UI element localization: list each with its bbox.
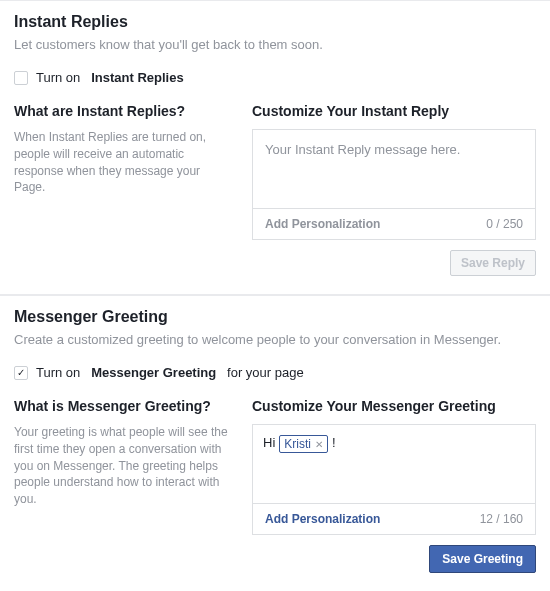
instant-replies-columns: What are Instant Replies? When Instant R… xyxy=(14,103,536,276)
token-label: Kristi xyxy=(284,437,311,451)
char-counter: 0 / 250 xyxy=(486,217,523,231)
messenger-greeting-toggle-row[interactable]: Turn on Messenger Greeting for your page xyxy=(14,365,536,380)
instant-replies-info-desc: When Instant Replies are turned on, peop… xyxy=(14,129,234,196)
messenger-greeting-info-title: What is Messenger Greeting? xyxy=(14,398,234,414)
instant-replies-info: What are Instant Replies? When Instant R… xyxy=(14,103,234,276)
instant-reply-textarea-wrap: Your Instant Reply message here. Add Per… xyxy=(252,129,536,240)
checkbox-label: Turn on Messenger Greeting for your page xyxy=(36,365,304,380)
greeting-pers-row: Add Personalization 12 / 160 xyxy=(253,503,535,534)
greeting-prefix: Hi xyxy=(263,435,275,450)
messenger-greeting-info-desc: Your greeting is what people will see th… xyxy=(14,424,234,508)
checkbox-icon[interactable] xyxy=(14,71,28,85)
messenger-greeting-customize-title: Customize Your Messenger Greeting xyxy=(252,398,536,414)
instant-reply-btn-row: Save Reply xyxy=(252,250,536,276)
save-greeting-button[interactable]: Save Greeting xyxy=(429,545,536,573)
instant-replies-desc: Let customers know that you'll get back … xyxy=(14,37,536,52)
instant-reply-pers-row: Add Personalization 0 / 250 xyxy=(253,208,535,239)
greeting-textarea[interactable]: Hi Kristi ✕ ! xyxy=(253,425,535,503)
greeting-suffix: ! xyxy=(332,435,336,450)
messenger-greeting-desc: Create a customized greeting to welcome … xyxy=(14,332,536,347)
instant-replies-section: Instant Replies Let customers know that … xyxy=(0,0,550,294)
messenger-greeting-title: Messenger Greeting xyxy=(14,308,536,326)
greeting-textarea-wrap: Hi Kristi ✕ ! Add Personalization 12 / 1… xyxy=(252,424,536,535)
messenger-greeting-columns: What is Messenger Greeting? Your greetin… xyxy=(14,398,536,573)
instant-reply-textarea[interactable]: Your Instant Reply message here. xyxy=(253,130,535,208)
char-counter: 12 / 160 xyxy=(480,512,523,526)
close-icon[interactable]: ✕ xyxy=(315,439,323,450)
save-reply-button[interactable]: Save Reply xyxy=(450,250,536,276)
instant-replies-toggle-row[interactable]: Turn on Instant Replies xyxy=(14,70,536,85)
messenger-greeting-section: Messenger Greeting Create a customized g… xyxy=(0,295,550,591)
add-personalization-link[interactable]: Add Personalization xyxy=(265,217,380,231)
messenger-greeting-info: What is Messenger Greeting? Your greetin… xyxy=(14,398,234,573)
personalization-token[interactable]: Kristi ✕ xyxy=(279,435,328,453)
messenger-greeting-customize: Customize Your Messenger Greeting Hi Kri… xyxy=(252,398,536,573)
instant-replies-info-title: What are Instant Replies? xyxy=(14,103,234,119)
instant-reply-customize-title: Customize Your Instant Reply xyxy=(252,103,536,119)
instant-replies-customize: Customize Your Instant Reply Your Instan… xyxy=(252,103,536,276)
checkbox-label: Turn on Instant Replies xyxy=(36,70,184,85)
instant-replies-title: Instant Replies xyxy=(14,13,536,31)
add-personalization-link[interactable]: Add Personalization xyxy=(265,512,380,526)
greeting-btn-row: Save Greeting xyxy=(252,545,536,573)
checkbox-icon[interactable] xyxy=(14,366,28,380)
